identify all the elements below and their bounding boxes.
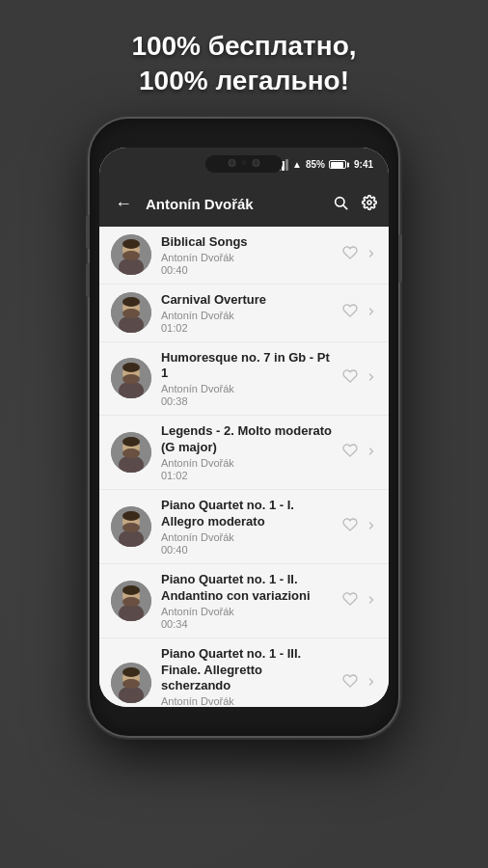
song-info: Piano Quartet no. 1 - I. Allegro moderat… xyxy=(151,498,342,556)
song-info: Piano Quartet no. 1 - II. Andantino con … xyxy=(151,572,342,630)
favorite-button[interactable] xyxy=(342,591,358,610)
svg-point-31 xyxy=(122,597,140,607)
search-icon[interactable] xyxy=(333,195,348,214)
song-artist: Antonín Dvořák xyxy=(161,531,333,543)
song-duration: 00:40 xyxy=(161,264,333,276)
svg-point-21 xyxy=(122,448,140,458)
signal-bar-3 xyxy=(278,163,281,171)
song-duration: 00:40 xyxy=(161,544,333,556)
song-artist: Antonín Dvořák xyxy=(161,310,333,321)
favorite-button[interactable] xyxy=(342,673,358,692)
status-icons: ▲ 85% 9:41 xyxy=(270,159,373,171)
favorite-button[interactable] xyxy=(342,368,358,388)
song-detail-button[interactable] xyxy=(366,247,377,262)
svg-point-37 xyxy=(122,667,140,677)
settings-icon[interactable] xyxy=(362,195,377,214)
clock: 9:41 xyxy=(354,159,373,170)
song-info: Carnival Overture Antonín Dvořák 01:02 xyxy=(151,292,342,334)
song-title: Piano Quartet no. 1 - III. Finale. Alleg… xyxy=(161,646,333,695)
promo-line2: 100% легально! xyxy=(131,64,356,98)
song-actions xyxy=(342,673,377,692)
favorite-button[interactable] xyxy=(342,245,358,264)
svg-point-11 xyxy=(122,309,140,318)
song-detail-button[interactable] xyxy=(366,370,377,386)
battery-fill xyxy=(331,162,343,168)
song-avatar xyxy=(111,663,151,703)
song-item[interactable]: Humoresque no. 7 in Gb - Pt 1 Antonín Dv… xyxy=(99,342,389,417)
song-actions xyxy=(342,591,377,610)
song-actions xyxy=(342,368,377,388)
song-detail-button[interactable] xyxy=(366,519,377,534)
song-item[interactable]: Piano Quartet no. 1 - II. Andantino con … xyxy=(99,564,389,638)
song-detail-button[interactable] xyxy=(366,675,377,691)
back-button[interactable]: ← xyxy=(111,190,136,218)
song-actions xyxy=(342,303,377,322)
song-actions xyxy=(342,245,377,264)
svg-point-17 xyxy=(122,363,140,372)
song-avatar xyxy=(111,234,151,275)
promo-text: 100% бесплатно, 100% легально! xyxy=(131,29,356,99)
song-info: Piano Quartet no. 1 - III. Finale. Alleg… xyxy=(151,646,342,707)
battery-icon xyxy=(329,160,346,169)
song-actions xyxy=(342,443,377,462)
svg-line-1 xyxy=(343,205,347,209)
signal-bar-4 xyxy=(282,161,285,171)
song-item[interactable]: Biblical Songs Antonín Dvořák 00:40 xyxy=(99,227,389,285)
navigation-bar: ← Antonín Dvořák xyxy=(99,182,389,227)
song-duration: 00:34 xyxy=(161,618,333,630)
song-list: Biblical Songs Antonín Dvořák 00:40 xyxy=(99,227,389,707)
camera-left xyxy=(229,159,236,167)
song-detail-button[interactable] xyxy=(366,593,377,609)
page-title: Antonín Dvořák xyxy=(146,196,323,212)
svg-point-26 xyxy=(122,523,140,532)
song-artist: Antonín Dvořák xyxy=(161,606,333,617)
camera-center xyxy=(242,160,247,165)
song-detail-button[interactable] xyxy=(366,305,377,320)
song-avatar xyxy=(111,358,151,398)
favorite-button[interactable] xyxy=(342,517,358,536)
signal-bar-2 xyxy=(274,165,277,171)
song-duration: 01:02 xyxy=(161,322,333,334)
nav-action-icons xyxy=(333,195,377,214)
song-item[interactable]: Piano Quartet no. 1 - I. Allegro moderat… xyxy=(99,490,389,564)
song-artist: Antonín Dvořák xyxy=(161,695,333,706)
phone-mockup: ▲ 85% 9:41 ← Antonín Dvořák xyxy=(90,119,398,736)
song-title: Legends - 2. Molto moderato (G major) xyxy=(161,423,333,456)
svg-point-12 xyxy=(122,297,140,307)
camera-right xyxy=(253,159,260,167)
svg-point-2 xyxy=(367,201,371,204)
favorite-button[interactable] xyxy=(342,303,358,322)
wifi-icon: ▲ xyxy=(292,159,302,170)
song-duration: 01:02 xyxy=(161,470,333,481)
song-detail-button[interactable] xyxy=(366,445,377,460)
svg-point-36 xyxy=(122,679,140,689)
song-info: Biblical Songs Antonín Dvořák 00:40 xyxy=(151,234,342,276)
signal-bar-5 xyxy=(285,159,288,171)
song-title: Carnival Overture xyxy=(161,292,333,309)
promo-line1: 100% бесплатно, xyxy=(131,29,356,64)
signal-icon xyxy=(270,159,288,171)
song-avatar xyxy=(111,292,151,333)
song-item[interactable]: Carnival Overture Antonín Dvořák 01:02 xyxy=(99,285,389,342)
song-item[interactable]: Piano Quartet no. 1 - III. Finale. Alleg… xyxy=(99,638,389,707)
favorite-button[interactable] xyxy=(342,443,358,462)
battery-percent: 85% xyxy=(306,159,325,170)
phone-screen: ▲ 85% 9:41 ← Antonín Dvořák xyxy=(99,148,389,707)
song-title: Piano Quartet no. 1 - II. Andantino con … xyxy=(161,572,333,605)
song-duration: 00:38 xyxy=(161,395,333,407)
svg-point-7 xyxy=(122,239,140,249)
song-item[interactable]: Legends - 2. Molto moderato (G major) An… xyxy=(99,416,389,490)
song-avatar xyxy=(111,432,151,473)
status-bar: ▲ 85% 9:41 xyxy=(99,148,389,182)
song-avatar xyxy=(111,581,151,621)
song-artist: Antonín Dvořák xyxy=(161,383,333,394)
svg-point-22 xyxy=(122,437,140,447)
signal-bar-1 xyxy=(270,167,273,171)
phone-frame: ▲ 85% 9:41 ← Antonín Dvořák xyxy=(90,119,398,736)
song-title: Biblical Songs xyxy=(161,234,333,251)
song-artist: Antonín Dvořák xyxy=(161,252,333,263)
song-info: Legends - 2. Molto moderato (G major) An… xyxy=(151,423,342,481)
song-actions xyxy=(342,517,377,536)
svg-point-32 xyxy=(122,585,140,595)
song-artist: Antonín Dvořák xyxy=(161,457,333,469)
